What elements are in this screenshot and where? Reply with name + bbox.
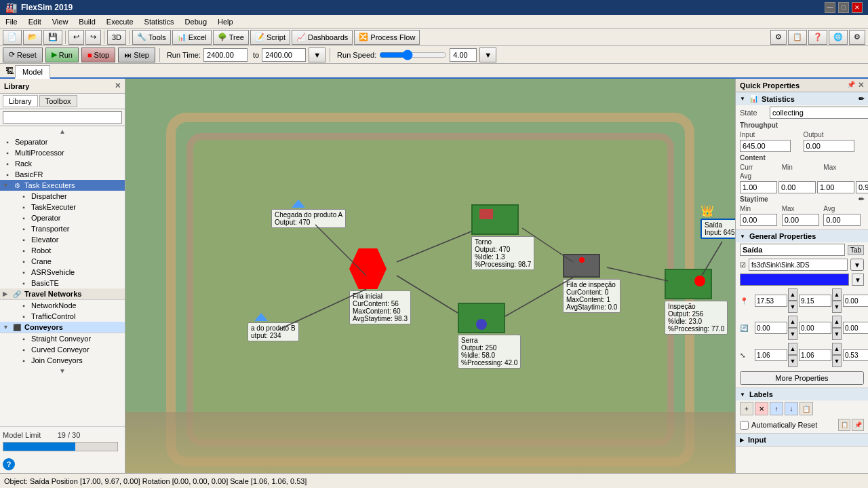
- auto-reset-checkbox[interactable]: [740, 421, 749, 430]
- x-down-button[interactable]: ▼: [788, 301, 797, 313]
- sx-up-button[interactable]: ▲: [788, 343, 797, 355]
- tree-item-operator[interactable]: ▪ Operator: [5, 212, 125, 223]
- labels-up-button[interactable]: ↑: [770, 402, 783, 415]
- help-button[interactable]: ?: [3, 458, 15, 470]
- run-speed-slider[interactable]: [379, 50, 447, 60]
- tree-item-straight-conveyor[interactable]: ▪ Straight Conveyor: [5, 333, 125, 344]
- process-flow-button[interactable]: 🔀 Process Flow: [354, 30, 420, 45]
- z-position-input[interactable]: [843, 295, 868, 307]
- tree-item-basicte[interactable]: ▪ BasicTE: [5, 278, 125, 288]
- sidebar-close-button[interactable]: ✕: [115, 81, 121, 90]
- file-browse-button[interactable]: ▼: [850, 259, 864, 271]
- tree-item-elevator[interactable]: ▪ Elevator: [5, 234, 125, 245]
- qp-close-button[interactable]: ✕: [858, 81, 864, 90]
- ry-up-button[interactable]: ▲: [832, 316, 842, 328]
- tree-group-task-executers[interactable]: ▼ ⚙ Task Executers: [0, 180, 125, 191]
- labels-copy-button[interactable]: 📋: [800, 402, 813, 415]
- more-properties-button[interactable]: More Properties: [740, 371, 864, 385]
- tab-toolbox[interactable]: Toolbox: [39, 95, 77, 107]
- node-inspecao[interactable]: Inspeção Output: 256 %Idle: 23.0 %Proces…: [665, 269, 712, 299]
- dashboards-button[interactable]: 📈 Dashboards: [292, 30, 353, 45]
- y-up-button[interactable]: ▲: [832, 288, 842, 301]
- edit-icon[interactable]: ✏: [859, 95, 864, 102]
- sz-input[interactable]: [843, 349, 868, 361]
- tab-icon[interactable]: Tab: [848, 245, 864, 255]
- reset-button[interactable]: ⟳ Reset: [3, 48, 43, 62]
- menu-execute[interactable]: Execute: [101, 16, 139, 27]
- y-position-input[interactable]: [799, 295, 831, 307]
- menu-help[interactable]: Help: [212, 16, 239, 27]
- script-button[interactable]: 📝 Script: [250, 30, 290, 45]
- open-button[interactable]: 📂: [23, 30, 42, 45]
- content-curr[interactable]: [740, 181, 777, 193]
- extra-btn1[interactable]: ⚙: [770, 30, 787, 45]
- extra-btn3[interactable]: ❓: [808, 30, 827, 45]
- extra-btn4[interactable]: 🌐: [829, 30, 848, 45]
- node-fila-inspecao[interactable]: Fila de inspeção CurContent: 0 MaxConten…: [563, 254, 600, 278]
- sx-down-button[interactable]: ▼: [788, 355, 797, 367]
- pin-icon[interactable]: 📌: [847, 81, 855, 90]
- tree-item-taskexecuter[interactable]: ▪ TaskExecuter: [5, 202, 125, 212]
- maximize-button[interactable]: □: [838, 2, 849, 13]
- input-section-header[interactable]: ▶ Input: [736, 434, 868, 446]
- tree-item-asrsvehicle[interactable]: ▪ ASRSvehicle: [5, 267, 125, 278]
- run-speed-value[interactable]: [450, 48, 477, 62]
- checkbox-icon[interactable]: ☑: [740, 261, 746, 269]
- tree-item-trafficcontrol[interactable]: ▪ TrafficControl: [5, 311, 125, 322]
- sidebar-search-input[interactable]: [3, 111, 122, 124]
- content-max[interactable]: [817, 181, 854, 193]
- scroll-up[interactable]: ▲: [0, 126, 125, 136]
- staytime-avg[interactable]: [823, 214, 861, 226]
- tools-button[interactable]: 🔧 Tools: [132, 30, 171, 45]
- new-button[interactable]: 📄: [3, 30, 22, 45]
- tree-item-crane[interactable]: ▪ Crane: [5, 256, 125, 267]
- extra-btn2[interactable]: 📋: [788, 30, 807, 45]
- undo-button[interactable]: ↩: [68, 30, 84, 45]
- model-area[interactable]: Chegada do produto A Output: 470 a do pr…: [125, 79, 735, 473]
- staytime-max[interactable]: [782, 214, 819, 226]
- node-chegada-a[interactable]: Chegada do produto A Output: 470: [271, 200, 305, 209]
- labels-down-button[interactable]: ↓: [785, 402, 798, 415]
- statistics-section-header[interactable]: ▼ 📊 Statistics ✏: [736, 92, 868, 105]
- object-name-input[interactable]: [740, 244, 845, 256]
- tree-item-networknode[interactable]: ▪ NetworkNode: [5, 300, 125, 311]
- tree-item-dispatcher[interactable]: ▪ Dispatcher: [5, 191, 125, 202]
- menu-edit[interactable]: Edit: [23, 16, 47, 27]
- run-time-to[interactable]: [262, 48, 306, 62]
- sy-input[interactable]: [799, 349, 831, 361]
- reset-paste-button[interactable]: 📌: [852, 419, 864, 431]
- tab-library[interactable]: Library: [3, 95, 38, 107]
- tree-item-join-conveyors[interactable]: ▪ Join Conveyors: [5, 355, 125, 366]
- menu-statistics[interactable]: Statistics: [139, 16, 180, 27]
- tree-button[interactable]: 🌳 Tree: [213, 30, 249, 45]
- node-chegada-b[interactable]: a do produto B utput: 234: [248, 313, 268, 322]
- run-time-from[interactable]: [203, 48, 248, 62]
- content-min[interactable]: [778, 181, 816, 193]
- redo-button[interactable]: ↪: [85, 30, 101, 45]
- tree-group-conveyors[interactable]: ▼ ⬛ Conveyors: [0, 322, 125, 333]
- menu-debug[interactable]: Debug: [180, 16, 212, 27]
- throughput-output[interactable]: [804, 140, 854, 152]
- menu-file[interactable]: File: [0, 16, 23, 27]
- tree-item-separator[interactable]: ▪ Separator: [0, 136, 125, 147]
- node-torno[interactable]: Torno Output: 470 %Idle: 1.3 %Processing…: [471, 204, 519, 235]
- labels-section-header[interactable]: ▼ Labels: [736, 388, 868, 400]
- content-avg[interactable]: [856, 181, 868, 193]
- 3d-button[interactable]: 3D: [107, 30, 126, 45]
- close-button[interactable]: ✕: [852, 2, 863, 13]
- scroll-down[interactable]: ▼: [0, 366, 125, 376]
- x-position-input[interactable]: [755, 295, 787, 307]
- rx-down-button[interactable]: ▼: [788, 328, 797, 340]
- save-button[interactable]: 💾: [43, 30, 62, 45]
- reset-copy-button[interactable]: 📋: [838, 419, 850, 431]
- file-path-input[interactable]: [749, 259, 848, 271]
- tree-item-curved-conveyor[interactable]: ▪ Curved Conveyor: [5, 344, 125, 355]
- staytime-min[interactable]: [740, 214, 777, 226]
- excel-button[interactable]: 📊 Excel: [172, 30, 212, 45]
- run-button[interactable]: ▶ Run: [45, 48, 79, 62]
- state-input[interactable]: [770, 107, 868, 119]
- menu-view[interactable]: View: [47, 16, 74, 27]
- node-fila-inicial[interactable]: Fila inicial CurContent: 56 MaxContent: …: [349, 248, 387, 289]
- menu-build[interactable]: Build: [73, 16, 100, 27]
- sx-input[interactable]: [755, 349, 787, 361]
